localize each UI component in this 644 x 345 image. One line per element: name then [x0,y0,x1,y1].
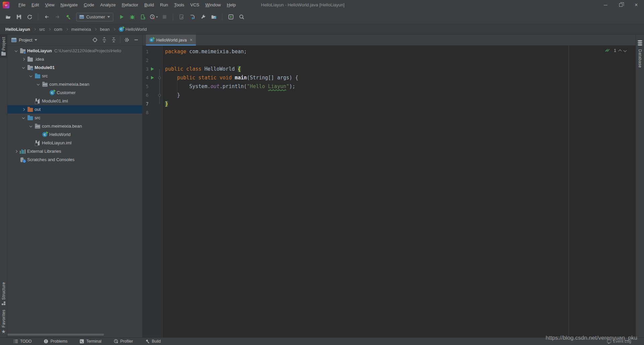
chevron-down-icon[interactable] [36,84,41,85]
tree-item-external-libraries[interactable]: External Libraries [7,147,142,155]
search-everywhere-button[interactable] [237,13,246,21]
select-opened-file-button[interactable] [91,36,99,44]
tree-item-src[interactable]: src [7,72,142,80]
attach-icon [179,14,184,20]
run-class-icon[interactable] [151,67,154,71]
main-toolbar: Customer [0,10,644,24]
stripe-structure-button[interactable]: Structure [0,280,7,307]
run-configuration-select[interactable]: Customer [76,13,113,21]
next-problem-icon[interactable] [624,49,627,52]
coverage-button[interactable] [138,13,148,21]
settings-button[interactable] [198,13,208,21]
hide-panel-button[interactable] [132,36,140,44]
restore-button[interactable] [613,0,629,10]
event-log-button[interactable]: Event Log [607,339,644,344]
menu-window[interactable]: Window [202,0,224,10]
save-button[interactable] [14,13,23,21]
menu-code[interactable]: Code [81,0,97,10]
tree-item-idea[interactable]: .idea [7,55,142,63]
forward-button[interactable] [53,13,62,21]
minimize-button[interactable] [598,0,613,10]
run-anything-button[interactable] [226,13,235,21]
menu-build[interactable]: Build [141,0,157,10]
fold-icon[interactable] [158,93,161,97]
open-button[interactable] [3,13,13,21]
module-folder-icon [27,65,33,70]
terminal-button[interactable]: Terminal [79,339,101,344]
profiler-button[interactable] [149,13,158,21]
chevron-right-icon[interactable] [13,150,19,152]
chevron-right-icon[interactable] [21,58,26,60]
fold-icon[interactable] [158,76,161,79]
tree-item-helloworld[interactable]: C HelloWorld [7,130,142,139]
stop-button[interactable] [160,13,169,21]
close-icon: × [635,2,638,8]
menu-vcs[interactable]: VCS [187,0,202,10]
menu-analyze[interactable]: Analyze [97,0,119,10]
tab-helloworld-java[interactable]: C HelloWorld.java × [146,34,196,45]
expand-all-button[interactable] [100,36,108,44]
tree-item-helloliayun-iml[interactable]: HelloLiayun.iml [7,139,142,147]
chevron-down-icon[interactable] [13,50,19,52]
menu-run[interactable]: Run [157,0,171,10]
debug-button[interactable] [127,13,137,21]
profiler-tool-button[interactable]: Profiler [114,339,133,344]
run-button[interactable] [117,13,126,21]
coverage-icon [140,14,146,20]
breadcrumb-meimeixia[interactable]: meimeixia [71,27,91,32]
problems-button[interactable]: Problems [44,339,67,344]
run-method-icon[interactable] [151,76,154,79]
inspection-widget[interactable]: ✓✓ 1 [605,48,626,53]
menu-bar: File Edit View Navigate Code Analyze Ref… [15,0,239,10]
collapse-all-button[interactable] [110,36,118,44]
chevron-down-icon[interactable] [28,126,34,127]
class-icon: C [149,38,154,42]
breadcrumb-bean[interactable]: bean [100,27,110,32]
tree-item-scratches[interactable]: Scratches and Consoles [7,155,142,164]
tree-item-module01-iml[interactable]: Module01.iml [7,97,142,105]
sync-button[interactable] [25,13,34,21]
menu-navigate[interactable]: Navigate [57,0,80,10]
build-project-button[interactable] [63,13,73,21]
close-tab-icon[interactable]: × [190,37,193,43]
tree-item-customer[interactable]: C Customer [7,88,142,97]
tree-item-package-2[interactable]: com.meimeixia.bean [7,122,142,130]
chevron-right-icon[interactable] [21,109,26,111]
chevron-down-icon[interactable] [21,117,26,119]
menu-edit[interactable]: Edit [29,0,42,10]
attach-debugger-button[interactable] [177,13,186,21]
code-editor[interactable]: 1 package com.meimeixia.bean; 2 3 public… [143,46,636,337]
menu-view[interactable]: View [42,0,57,10]
menu-file[interactable]: File [15,0,29,10]
chevron-down-icon[interactable] [28,75,34,77]
tree-item-src-2[interactable]: src [7,114,142,122]
menu-refactor[interactable]: Refactor [119,0,141,10]
close-button[interactable]: × [629,0,644,10]
horizontal-scrollbar[interactable] [7,334,104,336]
back-button[interactable] [42,13,51,21]
stop-icon [162,14,167,20]
build-tool-button[interactable]: Build [145,339,161,344]
breadcrumb-com[interactable]: com [54,27,62,32]
tree-item-project-root[interactable]: HelloLiayun C:\Users\32120\IdeaProjects\… [7,47,142,55]
stripe-favorites-label: Favorites [1,309,6,328]
update-project-button[interactable] [187,13,197,21]
chevron-down-icon[interactable] [21,67,26,68]
breadcrumb-project[interactable]: HelloLiayun [5,27,30,32]
forward-arrow-icon [55,14,60,20]
stripe-favorites-button[interactable]: Favorites ★ [0,307,7,336]
menu-help[interactable]: Help [224,0,239,10]
tree-item-module01[interactable]: Module01 [7,63,142,72]
prev-problem-icon[interactable] [619,50,622,53]
stripe-project-button[interactable]: Project [0,34,7,58]
panel-settings-button[interactable] [123,36,131,44]
todo-button[interactable]: TODO [13,339,32,344]
menu-tools[interactable]: Tools [171,0,187,10]
stripe-database-button[interactable]: Database [636,34,644,70]
project-panel-title[interactable]: Project [19,38,32,43]
breadcrumb-src[interactable]: src [39,27,45,32]
project-structure-button[interactable] [209,13,218,21]
tree-item-out[interactable]: out [7,105,142,114]
tree-item-package[interactable]: com.meimeixia.bean [7,80,142,88]
breadcrumb-class[interactable]: C HelloWorld [119,27,147,32]
